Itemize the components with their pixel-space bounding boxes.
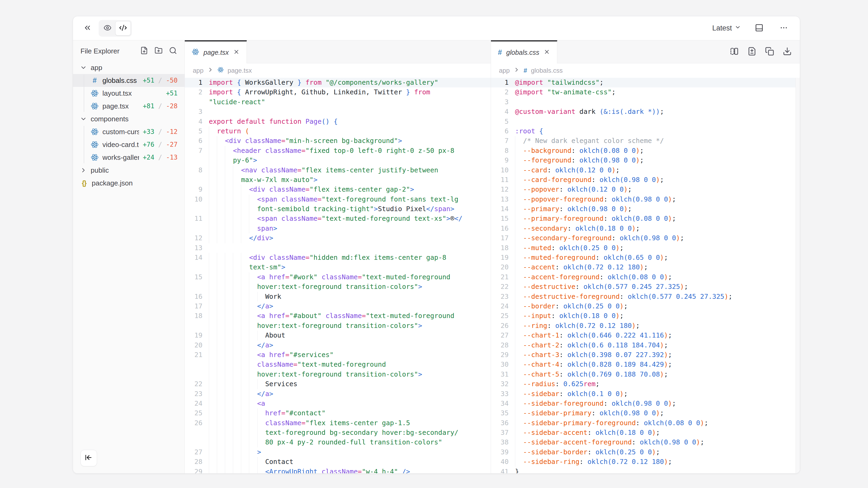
collapse-sidebar-button[interactable] — [81, 450, 97, 466]
new-file-icon[interactable] — [140, 46, 148, 56]
close-tab-icon[interactable] — [233, 48, 240, 56]
tree-folder-components[interactable]: components — [73, 112, 185, 125]
code-line[interactable]: 5 — [491, 117, 800, 126]
code-line[interactable]: 38--sidebar-accent-foreground: oklch(0.9… — [491, 437, 800, 447]
code-line[interactable]: 30--chart-4: oklch(0.828 0.189 84.429); — [491, 360, 800, 369]
code-line[interactable]: 28--chart-2: oklch(0.6 0.118 184.704); — [491, 340, 800, 350]
code-line[interactable]: 13 — [185, 243, 491, 253]
code-line[interactable]: 41} — [491, 467, 800, 473]
code-line[interactable]: 27--chart-1: oklch(0.646 0.222 41.116); — [491, 331, 800, 340]
tree-item-page.tsx[interactable]: page.tsx+81 / -28 — [73, 100, 185, 112]
code-line[interactable]: 21<a href="#services" — [185, 350, 491, 360]
code-line[interactable]: 4@custom-variant dark (&:is(.dark *)); — [491, 107, 800, 117]
code-line[interactable]: hover:text-foreground transition-colors"… — [185, 321, 491, 331]
code-line[interactable]: className="text-muted-foreground — [185, 360, 491, 369]
file-diff-icon[interactable] — [747, 47, 756, 57]
tree-item-video-card.tsx[interactable]: video-card.tsx+76 / -27 — [73, 138, 185, 151]
code-editor-page-tsx[interactable]: 1import { WorksGallery } from "@/compone… — [185, 78, 491, 473]
breadcrumb-file[interactable]: globals.css — [531, 67, 563, 74]
code-line[interactable]: 28Contact — [185, 457, 491, 467]
code-line[interactable]: 37--sidebar-accent: oklch(0.18 0 0); — [491, 428, 800, 437]
code-line[interactable]: 14--primary: oklch(0.98 0 0); — [491, 204, 800, 214]
code-line[interactable]: 26--ring: oklch(0.72 0.12 180); — [491, 321, 800, 331]
tab-globals-css[interactable]: # globals.css — [491, 40, 557, 63]
breadcrumb-folder[interactable]: app — [499, 67, 510, 74]
breadcrumb-file[interactable]: page.tsx — [227, 67, 252, 74]
code-line[interactable]: 29<ArrowUpRight className="w-4 h-4" /> — [185, 467, 491, 473]
code-line[interactable]: 1@import "tailwindcss"; — [491, 78, 800, 87]
code-line[interactable]: span> — [185, 224, 491, 233]
code-line[interactable]: 2@import "tw-animate-css"; — [491, 87, 800, 97]
code-line[interactable]: 7<header className="fixed top-0 left-0 r… — [185, 146, 491, 156]
preview-toggle-button[interactable] — [100, 21, 115, 36]
code-line[interactable]: 21--accent-foreground: oklch(0.08 0 0); — [491, 272, 800, 282]
code-line[interactable]: 16--secondary: oklch(0.18 0 0); — [491, 224, 800, 233]
code-line[interactable]: "lucide-react" — [185, 97, 491, 107]
code-line[interactable]: 18--muted: oklch(0.25 0 0); — [491, 243, 800, 253]
tree-item-globals.css[interactable]: #globals.css+51 / -50 — [73, 74, 185, 87]
code-line[interactable]: 13--popover-foreground: oklch(0.98 0 0); — [491, 195, 800, 204]
code-line[interactable]: hover:text-foreground transition-colors"… — [185, 369, 491, 379]
code-line[interactable]: 15<a href="#work" className="text-muted-… — [185, 272, 491, 282]
more-options-button[interactable] — [777, 22, 790, 35]
code-line[interactable]: 29--chart-3: oklch(0.398 0.07 227.392); — [491, 350, 800, 360]
code-line[interactable]: hover:text-foreground transition-colors"… — [185, 282, 491, 292]
code-line[interactable]: 27> — [185, 447, 491, 457]
code-line[interactable]: 2import { ArrowUpRight, Github, Linkedin… — [185, 87, 491, 97]
code-line[interactable]: 40--sidebar-ring: oklch(0.72 0.12 180); — [491, 457, 800, 467]
tree-item-custom-curs-[interactable]: custom-curs…+33 / -12 — [73, 125, 185, 138]
code-line[interactable]: 35--sidebar-primary: oklch(0.98 0 0); — [491, 409, 800, 418]
search-icon[interactable] — [169, 46, 177, 56]
code-line[interactable]: 18<a href="#about" className="text-muted… — [185, 311, 491, 321]
code-line[interactable]: 22Services — [185, 379, 491, 389]
code-line[interactable]: 6<div className="min-h-screen bg-backgro… — [185, 136, 491, 145]
code-line[interactable]: 7/* New dark elegant color scheme */ — [491, 136, 800, 145]
tree-item-layout.tsx[interactable]: layout.tsx+51 — [73, 87, 185, 100]
code-line[interactable]: 8--background: oklch(0.08 0 0); — [491, 146, 800, 156]
code-line[interactable]: text-sm"> — [185, 262, 491, 272]
close-tab-icon[interactable] — [544, 48, 550, 56]
code-line[interactable]: 19--muted-foreground: oklch(0.65 0 0); — [491, 253, 800, 262]
code-line[interactable]: 17</a> — [185, 301, 491, 311]
tree-item-works-galler-[interactable]: works-galler…+24 / -13 — [73, 151, 185, 164]
code-line[interactable]: 25--input: oklch(0.18 0 0); — [491, 311, 800, 321]
code-line[interactable]: 6:root { — [491, 126, 800, 136]
code-line[interactable]: 23</a> — [185, 389, 491, 399]
code-line[interactable]: 20</a> — [185, 340, 491, 350]
scrollbar-track[interactable] — [796, 78, 800, 473]
code-line[interactable]: 24<a — [185, 399, 491, 409]
code-line[interactable]: 8<nav className="flex items-center justi… — [185, 165, 491, 175]
new-folder-icon[interactable] — [155, 46, 163, 56]
split-panel-icon[interactable] — [730, 47, 739, 57]
code-line[interactable]: 17--secondary-foreground: oklch(0.98 0 0… — [491, 233, 800, 243]
code-line[interactable]: 22--destructive: oklch(0.577 0.245 27.32… — [491, 282, 800, 292]
code-line[interactable]: 9--foreground: oklch(0.98 0 0); — [491, 156, 800, 165]
collapse-panel-button[interactable] — [81, 22, 94, 35]
code-line[interactable]: 36--sidebar-primary-foreground: oklch(0.… — [491, 418, 800, 428]
tree-folder-public[interactable]: public — [73, 164, 185, 177]
code-line[interactable]: 14<div className="hidden md:flex items-c… — [185, 253, 491, 262]
code-line[interactable]: 3 — [491, 97, 800, 107]
code-line[interactable]: 11--card-foreground: oklch(0.98 0 0); — [491, 175, 800, 185]
code-line[interactable]: max-w-7xl mx-auto"> — [185, 175, 491, 185]
code-line[interactable]: 23--destructive-foreground: oklch(0.577 … — [491, 292, 800, 301]
code-line[interactable]: 20--accent: oklch(0.72 0.12 180); — [491, 262, 800, 272]
code-line[interactable]: 15--primary-foreground: oklch(0.08 0 0); — [491, 214, 800, 223]
panel-bottom-button[interactable] — [753, 22, 766, 35]
tree-folder-app[interactable]: app — [73, 61, 185, 74]
code-line[interactable]: 12--popover: oklch(0.12 0 0); — [491, 185, 800, 194]
code-line[interactable]: 16Work — [185, 292, 491, 301]
code-line[interactable]: py-6"> — [185, 156, 491, 165]
code-line[interactable]: 34--sidebar-foreground: oklch(0.98 0 0); — [491, 399, 800, 409]
code-line[interactable]: 4export default function Page() { — [185, 117, 491, 126]
code-editor-globals-css[interactable]: 1@import "tailwindcss";2@import "tw-anim… — [491, 78, 800, 473]
code-line[interactable]: 9<div className="flex items-center gap-2… — [185, 185, 491, 194]
code-line[interactable]: 1import { WorksGallery } from "@/compone… — [185, 78, 491, 87]
code-line[interactable]: 10--card: oklch(0.12 0 0); — [491, 165, 800, 175]
code-line[interactable]: 80 px-4 py-2 rounded-full transition-col… — [185, 437, 491, 447]
code-line[interactable]: text-foreground bg-secondary hover:bg-se… — [185, 428, 491, 437]
code-line[interactable]: font-semibold tracking-tight">Studio Pix… — [185, 204, 491, 214]
code-line[interactable]: 32--radius: 0.625rem; — [491, 379, 800, 389]
code-line[interactable]: 39--sidebar-border: oklch(0.25 0 0); — [491, 447, 800, 457]
breadcrumb-folder[interactable]: app — [193, 67, 204, 74]
